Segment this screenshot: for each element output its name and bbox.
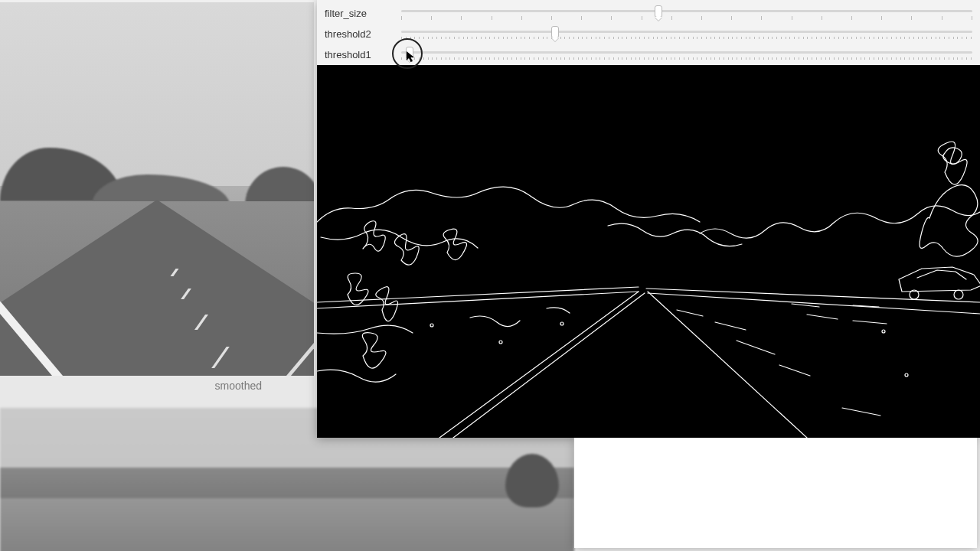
- svg-point-4: [499, 341, 502, 344]
- slider-label-threshold1: threshold1: [325, 49, 401, 60]
- edge-canvas: [317, 65, 980, 438]
- left-image-panel: smoothed: [0, 2, 314, 551]
- slider-label-threshold2: threshold2: [325, 28, 401, 40]
- slider-row-threshold2: threshold2: [317, 24, 980, 44]
- slider-row-threshold1: threshold1: [317, 44, 980, 65]
- road-image-top: [0, 2, 314, 376]
- blank-panel: [574, 438, 977, 548]
- slider-label-filter_size: filter_size: [325, 8, 401, 19]
- svg-point-5: [905, 373, 908, 377]
- slider-thumb-threshold2[interactable]: [551, 26, 559, 38]
- svg-point-3: [430, 324, 433, 327]
- edge-window: filter_sizethreshold2threshold1: [317, 0, 980, 438]
- svg-point-2: [560, 322, 564, 325]
- svg-point-1: [954, 290, 963, 299]
- svg-point-6: [882, 330, 885, 333]
- smoothed-label: smoothed: [215, 380, 262, 392]
- slider-thumb-threshold1[interactable]: [406, 47, 413, 59]
- slider-controls: filter_sizethreshold2threshold1: [317, 0, 980, 65]
- slider-filter_size[interactable]: [401, 5, 972, 22]
- slider-row-filter_size: filter_size: [317, 3, 980, 24]
- slider-threshold2[interactable]: [401, 26, 972, 43]
- edge-output-svg: [317, 65, 980, 438]
- slider-threshold1[interactable]: [401, 47, 972, 64]
- slider-thumb-filter_size[interactable]: [655, 5, 662, 18]
